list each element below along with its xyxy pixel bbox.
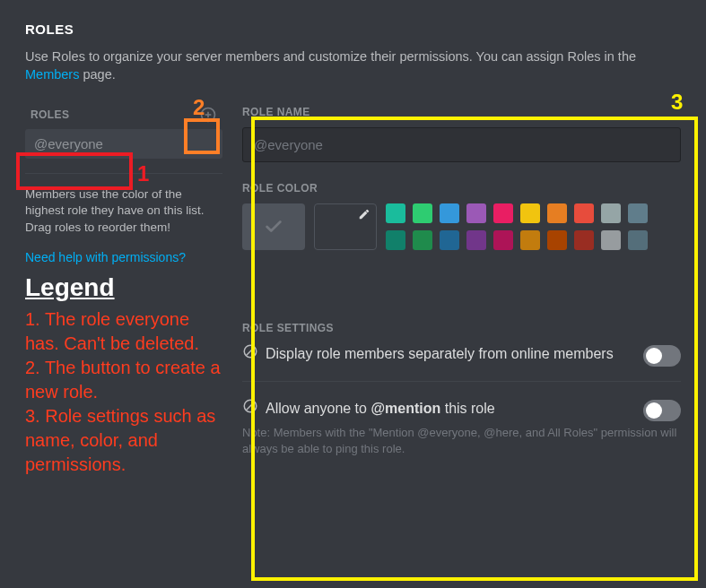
page-description: Use Roles to organize your server member… xyxy=(25,48,681,84)
setting-allow-mention: Allow anyone to @mention this role xyxy=(242,398,681,421)
color-swatch[interactable] xyxy=(386,230,405,250)
color-swatch[interactable] xyxy=(520,230,540,250)
svg-line-6 xyxy=(247,402,255,410)
color-swatch[interactable] xyxy=(574,203,594,223)
divider xyxy=(25,173,222,174)
plus-circle-icon xyxy=(199,106,217,124)
color-swatch[interactable] xyxy=(628,230,648,250)
eyedropper-icon xyxy=(358,208,370,224)
color-swatch[interactable] xyxy=(547,230,567,250)
role-name-label: ROLE NAME xyxy=(242,106,681,118)
color-swatch[interactable] xyxy=(520,203,540,223)
svg-line-4 xyxy=(247,347,255,355)
color-swatch[interactable] xyxy=(440,230,459,250)
roles-sidebar: ROLES @everyone Members use the color of… xyxy=(25,106,222,478)
legend-item-1: 1. The role everyone has. Can't be delet… xyxy=(25,307,222,356)
role-item-everyone[interactable]: @everyone xyxy=(25,129,222,159)
divider xyxy=(242,381,681,382)
permissions-help-link[interactable]: Need help with permissions? xyxy=(25,250,186,264)
legend-title: Legend xyxy=(25,273,222,302)
color-swatch[interactable] xyxy=(547,203,567,223)
page-title: ROLES xyxy=(25,22,681,37)
color-swatch[interactable] xyxy=(493,203,513,223)
setting-allow-mention-note: Note: Members with the "Mention @everyon… xyxy=(242,425,681,457)
setting-allow-mention-toggle[interactable] xyxy=(643,400,681,421)
color-swatch[interactable] xyxy=(574,230,594,250)
legend-item-2: 2. The button to create a new role. xyxy=(25,356,222,404)
setting-display-separately-toggle[interactable] xyxy=(643,345,681,367)
setting-display-separately: Display role members separately from onl… xyxy=(242,343,681,367)
color-swatch[interactable] xyxy=(413,203,432,223)
roles-list-label: ROLES xyxy=(31,108,69,121)
color-swatch[interactable] xyxy=(601,230,621,250)
color-swatch[interactable] xyxy=(466,203,486,223)
legend-item-3: 3. Role settings such as name, color, an… xyxy=(25,404,222,477)
color-swatch[interactable] xyxy=(413,230,432,250)
color-swatch[interactable] xyxy=(386,203,405,223)
page-description-post: page. xyxy=(79,67,115,82)
role-color-picker xyxy=(242,203,681,250)
color-swatch[interactable] xyxy=(466,230,486,250)
add-role-button[interactable] xyxy=(199,106,217,124)
color-swatch[interactable] xyxy=(493,230,513,250)
color-swatch[interactable] xyxy=(440,203,459,223)
default-color-swatch[interactable] xyxy=(242,203,305,250)
setting-display-separately-label: Display role members separately from onl… xyxy=(266,343,614,364)
role-name-input[interactable] xyxy=(242,127,681,162)
page-description-pre: Use Roles to organize your server member… xyxy=(25,49,636,64)
color-swatch[interactable] xyxy=(601,203,621,223)
role-settings-panel: ROLE NAME ROLE COLOR ROLE SETTINGS xyxy=(242,106,681,478)
role-settings-label: ROLE SETTINGS xyxy=(242,322,681,334)
setting-allow-mention-label: Allow anyone to @mention this role xyxy=(266,398,495,419)
check-icon xyxy=(264,217,283,237)
deny-icon xyxy=(242,398,258,419)
color-swatch[interactable] xyxy=(628,203,648,223)
custom-color-swatch[interactable] xyxy=(314,203,377,250)
role-color-label: ROLE COLOR xyxy=(242,182,681,195)
roles-reorder-note: Members use the color of the highest rol… xyxy=(25,186,222,238)
deny-icon xyxy=(242,343,258,365)
members-link[interactable]: Members xyxy=(25,67,79,82)
